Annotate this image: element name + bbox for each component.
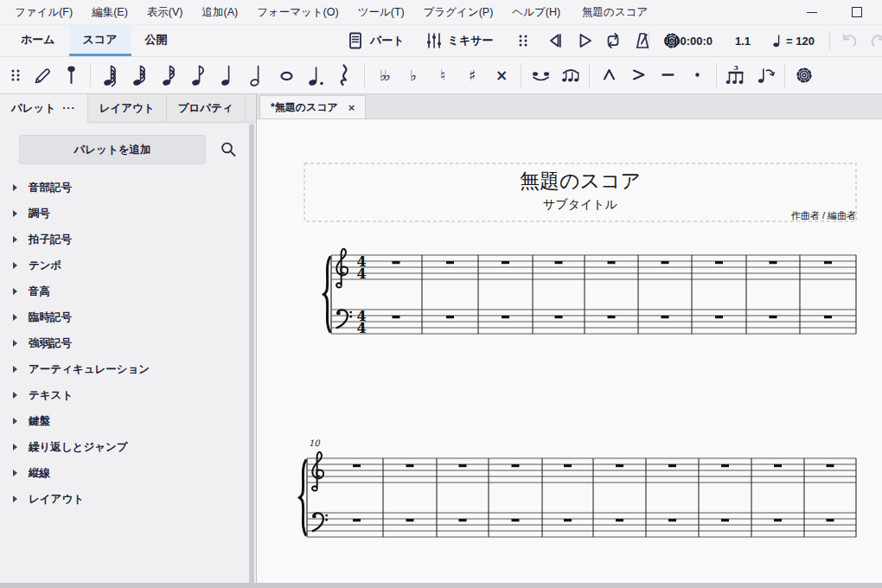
loop-button[interactable] <box>603 30 622 51</box>
palette-item-dynamics[interactable]: 強弱記号 <box>0 330 256 356</box>
sixteenth-note-button[interactable] <box>155 62 182 88</box>
rest-button[interactable] <box>331 62 359 88</box>
palettes-menu-icon[interactable]: ··· <box>62 102 76 114</box>
palettes-tab-label: パレット <box>11 101 55 116</box>
palette-item-clefs[interactable]: 音部記号 <box>0 175 256 201</box>
note-input-toolbar: ♭♭ ♭ ♮ ♯ × 3 <box>0 56 882 94</box>
menu-edit[interactable]: 編集(E) <box>82 0 137 24</box>
sixtyfourth-note-button[interactable] <box>96 62 124 88</box>
quarter-note-button[interactable] <box>214 62 241 88</box>
search-palettes-button[interactable] <box>213 136 242 163</box>
palette-item-repeats-jumps[interactable]: 繰り返しとジャンプ <box>0 434 256 460</box>
tie-button[interactable] <box>527 62 554 88</box>
svg-text:4: 4 <box>356 320 366 336</box>
minimize-button[interactable] <box>801 2 823 22</box>
svg-text:10: 10 <box>309 438 321 448</box>
sidebar: パレット ··· レイアウト プロパティ パレットを追加 音部記号 調号 拍子記… <box>0 94 257 588</box>
ribbon-right: 0:00:00:0 1.1 = 120 <box>645 25 882 56</box>
divider <box>364 63 365 87</box>
sharp-button[interactable]: ♯ <box>458 62 486 88</box>
whole-note-button[interactable] <box>272 62 300 88</box>
add-palettes-button[interactable]: パレットを追加 <box>19 135 206 164</box>
score-composer[interactable]: 作曲者 / 編曲者 <box>791 210 856 220</box>
menu-view[interactable]: 表示(V) <box>137 0 193 24</box>
beat-display[interactable]: 1.1 <box>724 35 762 48</box>
note-input-button[interactable] <box>28 62 55 88</box>
menu-file[interactable]: ファイル(F) <box>5 0 82 24</box>
chevron-right-icon <box>13 418 17 425</box>
tab-home[interactable]: ホーム <box>7 25 69 56</box>
flip-direction-button[interactable] <box>751 62 779 88</box>
score-title[interactable]: 無題のスコア <box>520 169 641 192</box>
menu-tools[interactable]: ツール(T) <box>348 0 414 24</box>
double-flat-button[interactable]: ♭♭ <box>370 62 398 88</box>
palette-item-articulations[interactable]: アーティキュレーション <box>0 356 256 382</box>
marcato-button[interactable] <box>595 62 623 88</box>
mixer-icon <box>424 30 443 51</box>
chevron-right-icon <box>13 340 17 347</box>
undo-button[interactable] <box>834 28 862 54</box>
note-cursor-button[interactable] <box>57 62 85 88</box>
tab-properties[interactable]: プロパティ <box>167 94 246 122</box>
play-button[interactable] <box>573 30 592 51</box>
parts-icon <box>346 30 365 51</box>
tab-layout[interactable]: レイアウト <box>88 94 167 122</box>
staccato-button[interactable] <box>683 62 711 88</box>
close-tab-icon[interactable]: × <box>348 101 355 114</box>
palette-item-keyboard[interactable]: 鍵盤 <box>0 408 256 434</box>
chevron-right-icon <box>13 210 17 217</box>
minimize-icon <box>807 12 817 13</box>
quarter-note-icon <box>773 34 782 48</box>
eighth-note-button[interactable] <box>184 62 212 88</box>
tenuto-button[interactable] <box>654 62 681 88</box>
redo-button[interactable] <box>864 28 882 54</box>
palette-item-tempo[interactable]: テンポ <box>0 252 256 278</box>
palette-item-layout[interactable]: レイアウト <box>0 486 256 512</box>
tab-score[interactable]: スコア <box>69 25 131 56</box>
document-tab-label: *無題のスコア <box>271 100 338 115</box>
menu-plugins[interactable]: プラグイン(P) <box>414 0 503 24</box>
tab-palettes[interactable]: パレット ··· <box>0 94 88 123</box>
palette-item-time-signatures[interactable]: 拍子記号 <box>0 227 256 252</box>
menu-help[interactable]: ヘルプ(H) <box>502 0 570 24</box>
time-display[interactable]: 0:00:00:0 <box>653 35 724 48</box>
thirtysecond-note-button[interactable] <box>125 62 153 88</box>
chevron-right-icon <box>13 392 17 399</box>
menu-add[interactable]: 追加(A) <box>192 0 247 24</box>
maximize-button[interactable] <box>846 2 868 22</box>
score-canvas[interactable]: 無題のスコア サブタイトル 作曲者 / 編曲者 444410 <box>257 118 882 588</box>
palette-item-text[interactable]: テキスト <box>0 382 256 408</box>
tuplet-button[interactable]: 3 <box>722 62 750 88</box>
menu-format[interactable]: フォーマット(O) <box>247 0 348 24</box>
double-sharp-button[interactable]: × <box>488 62 515 88</box>
tempo-display[interactable]: = 120 <box>762 34 826 48</box>
customize-toolbar-button[interactable] <box>790 62 818 88</box>
flat-button[interactable]: ♭ <box>399 62 427 88</box>
palette-item-barlines[interactable]: 縦線 <box>0 460 256 486</box>
svg-text:4: 4 <box>356 265 366 282</box>
sidebar-scrollbar[interactable] <box>249 124 254 588</box>
palette-item-accidentals[interactable]: 臨時記号 <box>0 304 256 330</box>
mixer-button[interactable]: ミキサー <box>422 30 495 51</box>
playback-drag-handle-icon[interactable] <box>513 30 534 51</box>
half-note-button[interactable] <box>243 62 271 88</box>
search-icon <box>218 139 237 160</box>
natural-button[interactable]: ♮ <box>429 62 457 88</box>
chevron-right-icon <box>13 236 17 243</box>
rewind-button[interactable] <box>544 30 563 51</box>
palette-item-pitch[interactable]: 音高 <box>0 278 256 304</box>
horizontal-scrollbar[interactable] <box>0 583 882 588</box>
sidebar-tabs: パレット ··· レイアウト プロパティ <box>0 94 256 123</box>
palette-item-key-signatures[interactable]: 調号 <box>0 201 256 227</box>
toolbar-drag-handle-icon[interactable] <box>5 62 26 88</box>
divider <box>716 63 717 87</box>
tab-publish[interactable]: 公開 <box>131 25 182 56</box>
slur-button[interactable] <box>556 62 584 88</box>
accent-button[interactable] <box>624 62 652 88</box>
document-tab[interactable]: *無題のスコア × <box>259 95 366 118</box>
parts-button[interactable]: パート <box>344 30 406 51</box>
score-subtitle[interactable]: サブタイトル <box>543 197 617 211</box>
chevron-right-icon <box>13 444 17 451</box>
menubar: ファイル(F) 編集(E) 表示(V) 追加(A) フォーマット(O) ツール(… <box>0 0 882 24</box>
augmentation-dot-button[interactable] <box>302 62 329 88</box>
